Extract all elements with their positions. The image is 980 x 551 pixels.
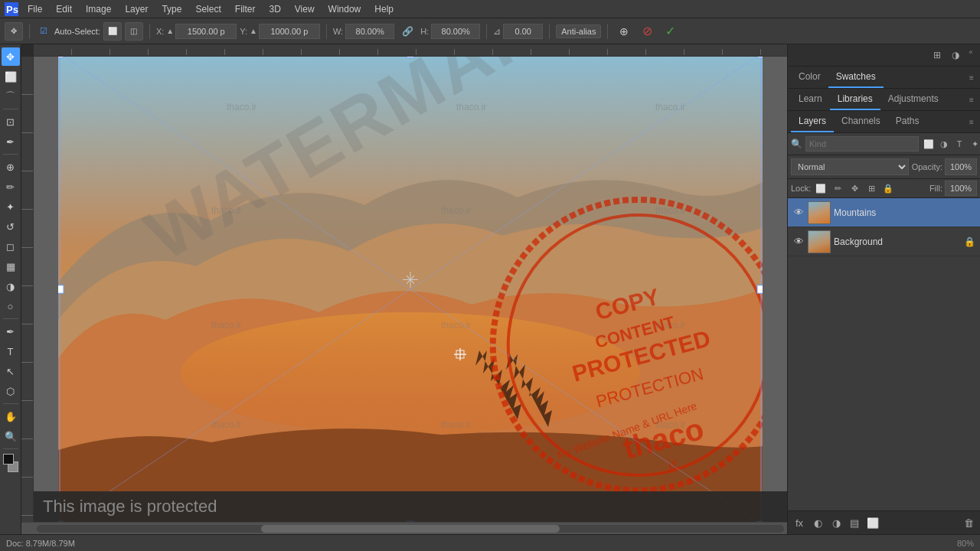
menu-view[interactable]: View <box>289 2 321 16</box>
auto-select-check[interactable]: ☑ <box>36 24 51 39</box>
menu-edit[interactable]: Edit <box>50 2 78 16</box>
angle-icon: ⊿ <box>493 26 501 37</box>
zoom-tool[interactable]: 🔍 <box>2 427 20 445</box>
tab-adjustments[interactable]: Adjustments <box>880 89 946 110</box>
foreground-bg-colors[interactable] <box>2 452 20 474</box>
opacity-input[interactable] <box>945 158 977 175</box>
show-transform-controls[interactable]: ◫ <box>125 22 143 41</box>
layer-item-background[interactable]: 👁 Background 🔒 <box>788 227 980 256</box>
layers-menu-btn[interactable]: ≡ <box>966 116 977 127</box>
h-scrollbar[interactable] <box>37 525 784 533</box>
pen-tool[interactable]: ✒ <box>2 322 20 341</box>
filter-adjust-icon[interactable]: ◑ <box>937 137 951 151</box>
eraser-tool[interactable]: ◻ <box>2 237 20 256</box>
h-input[interactable] <box>431 24 480 39</box>
move-tool-btn[interactable]: ✥ <box>5 22 23 41</box>
history-brush-tool[interactable]: ↺ <box>2 217 20 236</box>
dodge-tool[interactable]: ○ <box>2 297 20 315</box>
panel-icon-layers[interactable]: ⊞ <box>928 46 946 64</box>
panel-mid-menu-btn[interactable]: ≡ <box>966 94 977 105</box>
antialiase-option[interactable]: Anti-alias <box>556 24 601 38</box>
tab-learn[interactable]: Learn <box>791 89 830 110</box>
y-input[interactable] <box>259 24 320 39</box>
spot-heal-tool[interactable]: ⊕ <box>2 158 20 176</box>
blur-tool[interactable]: ◑ <box>2 277 20 295</box>
menu-type[interactable]: Type <box>155 2 188 16</box>
tab-color[interactable]: Color <box>791 67 828 88</box>
angle-group: ⊿ <box>493 24 543 39</box>
layer-visibility-mountains[interactable]: 👁 <box>792 207 805 219</box>
collapse-panel-btn[interactable]: « <box>965 46 977 58</box>
y-label: Y: <box>240 27 247 36</box>
layer-visibility-background[interactable]: 👁 <box>792 236 805 248</box>
layers-tab-row: Layers Channels Paths ≡ <box>788 111 980 133</box>
transform-icon[interactable]: ⬜ <box>103 22 122 41</box>
filter-pixel-icon[interactable]: ⬜ <box>922 137 936 151</box>
lasso-tool[interactable]: ⌒ <box>2 87 20 106</box>
menu-image[interactable]: Image <box>80 2 117 16</box>
menu-window[interactable]: Window <box>322 2 368 16</box>
menu-filter[interactable]: Filter <box>229 2 262 16</box>
crop-tool[interactable]: ⊡ <box>2 112 20 131</box>
tab-paths[interactable]: Paths <box>888 111 927 132</box>
menu-3d[interactable]: 3D <box>263 2 286 16</box>
layer-mode-select[interactable]: Normal <box>791 158 909 175</box>
tab-layers[interactable]: Layers <box>791 111 834 132</box>
marquee-tool[interactable]: ⬜ <box>2 67 20 86</box>
lock-image-btn[interactable]: ✏ <box>831 181 844 195</box>
new-fill-adjustment-btn[interactable]: ◑ <box>828 514 844 531</box>
lock-transparent-btn[interactable]: ⬜ <box>814 181 828 195</box>
new-layer-btn[interactable]: ⬜ <box>864 514 881 531</box>
panel-icon-adjustments[interactable]: ◑ <box>946 46 965 64</box>
w-input[interactable] <box>345 24 394 39</box>
brush-tool[interactable]: ✏ <box>2 178 20 196</box>
filter-shape-icon[interactable]: ✦ <box>968 137 980 151</box>
filter-type-icon[interactable]: T <box>952 137 966 151</box>
panel-top-tab-row: Color Swatches ≡ <box>788 67 980 88</box>
menu-file[interactable]: File <box>21 2 48 16</box>
lock-all-btn[interactable]: 🔒 <box>881 181 895 195</box>
canvas-image: WATERMARK thaco.ir thaco.ir thaco.ir tha… <box>58 57 763 522</box>
panel-mid: Learn Libraries Adjustments ≡ <box>788 89 980 111</box>
commit-transform-btn[interactable]: ✓ <box>660 21 680 41</box>
panel-mid-tab-row: Learn Libraries Adjustments ≡ <box>788 89 980 110</box>
clone-stamp-tool[interactable]: ✦ <box>2 197 20 216</box>
cancel-transform-btn[interactable]: ⊘ <box>637 21 657 41</box>
y-position-group: Y: ▲ <box>240 24 320 39</box>
shape-tool[interactable]: ⬡ <box>2 382 20 400</box>
move-tool[interactable]: ✥ <box>2 47 20 66</box>
angle-input[interactable] <box>503 24 543 39</box>
triangle-y-icon: ▲ <box>250 27 257 35</box>
panel-top-menu-btn[interactable]: ≡ <box>966 72 977 83</box>
canvas-scrollbar[interactable] <box>21 522 787 534</box>
lock-position-btn[interactable]: ✥ <box>848 181 861 195</box>
type-tool[interactable]: T <box>2 342 20 360</box>
warp-btn[interactable]: ⊕ <box>614 21 634 41</box>
menu-select[interactable]: Select <box>189 2 227 16</box>
options-bar: ✥ ☑ Auto-Select: ⬜ ◫ X: ▲ Y: ▲ W: 🔗 H: ⊿… <box>0 18 980 44</box>
h-scrollbar-thumb[interactable] <box>261 525 560 533</box>
add-mask-btn[interactable]: ◐ <box>809 514 826 531</box>
menu-help[interactable]: Help <box>368 2 400 16</box>
delete-layer-btn[interactable]: 🗑 <box>960 514 977 531</box>
lock-row: Lock: ⬜ ✏ ✥ ⊞ 🔒 Fill: <box>788 179 980 198</box>
lock-artboard-btn[interactable]: ⊞ <box>864 181 878 195</box>
fill-input[interactable] <box>945 181 977 196</box>
panel-color-swatches-tabs: Color Swatches <box>791 67 884 88</box>
layers-search-input[interactable] <box>805 136 919 152</box>
layer-filter-icons: ⬜ ◑ T ✦ ⊕ ⊙ <box>922 137 980 151</box>
tab-channels[interactable]: Channels <box>834 111 888 132</box>
canvas-area[interactable]: WATERMARK thaco.ir thaco.ir thaco.ir tha… <box>34 57 787 522</box>
new-group-btn[interactable]: ▤ <box>846 514 863 531</box>
tab-swatches[interactable]: Swatches <box>828 67 884 88</box>
tab-libraries[interactable]: Libraries <box>830 89 880 110</box>
x-input[interactable] <box>175 24 237 39</box>
hand-tool[interactable]: ✋ <box>2 407 20 425</box>
add-layer-style-btn[interactable]: fx <box>791 514 808 531</box>
menu-layer[interactable]: Layer <box>119 2 154 16</box>
path-selection-tool[interactable]: ↖ <box>2 362 20 380</box>
gradient-tool[interactable]: ▦ <box>2 257 20 276</box>
link-wh-btn[interactable]: 🔗 <box>397 21 417 41</box>
eyedropper-tool[interactable]: ✒ <box>2 132 20 151</box>
layer-item-mountains[interactable]: 👁 Mountains <box>788 198 980 227</box>
